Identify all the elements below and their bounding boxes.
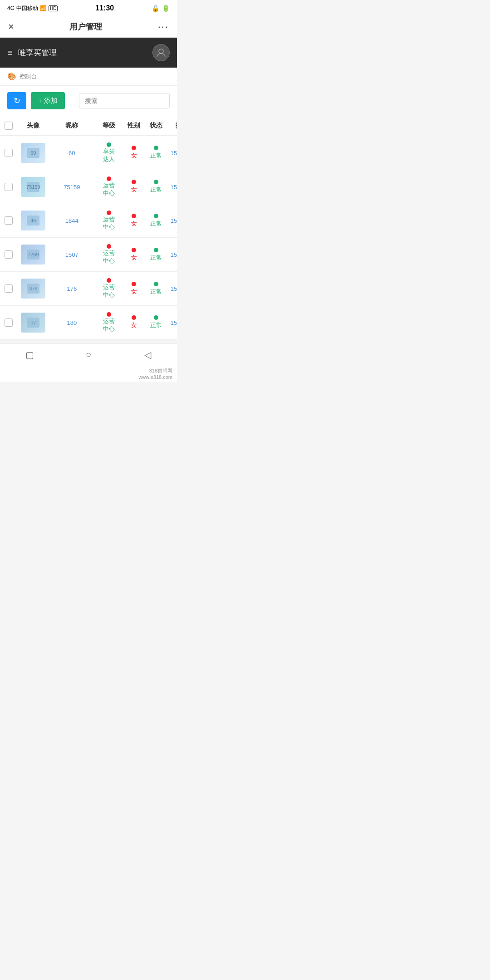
col-level: 等级 xyxy=(94,116,123,136)
app-header-left: ≡ 唯享买管理 xyxy=(7,48,57,58)
gender-cell: 女 xyxy=(127,315,141,329)
more-button[interactable]: ··· xyxy=(158,21,169,33)
table-row[interactable]: 60 60 享买达人 女 正常 15259 xyxy=(0,136,177,170)
level-cell: 运营中心 xyxy=(98,244,119,265)
avatar-image: 07 xyxy=(21,313,45,333)
gender-text: 女 xyxy=(131,152,137,160)
add-label: + 添加 xyxy=(38,97,58,105)
search-input[interactable] xyxy=(79,93,170,108)
status-cell: 正常 xyxy=(148,248,163,262)
status-time: 11:30 xyxy=(95,4,114,12)
level-dot xyxy=(107,211,111,215)
status-cell: 正常 xyxy=(148,315,163,329)
avatar-image: 379 xyxy=(21,279,45,299)
nickname-text: 1507 xyxy=(65,251,78,258)
status-text: 正常 xyxy=(150,321,162,329)
row-checkbox[interactable] xyxy=(5,149,13,157)
nav-home-button[interactable]: ○ xyxy=(82,348,95,361)
page-title: 用户管理 xyxy=(69,21,102,32)
gender-dot xyxy=(132,180,136,184)
close-button[interactable]: × xyxy=(8,21,14,33)
gender-cell: 女 xyxy=(127,180,141,194)
battery-icon: 🔋 xyxy=(162,5,170,12)
nickname-text: 1844 xyxy=(65,217,78,224)
col-status: 状态 xyxy=(145,116,167,136)
status-cell: 正常 xyxy=(148,146,163,160)
row-checkbox[interactable] xyxy=(5,183,13,191)
status-text: 正常 xyxy=(150,152,162,160)
hd-badge: HD xyxy=(49,5,58,11)
level-cell: 运营中心 xyxy=(98,176,119,197)
refresh-button[interactable]: ↻ xyxy=(7,92,26,109)
refresh-icon: ↻ xyxy=(14,96,20,106)
status-dot xyxy=(154,146,158,150)
status-text: 正常 xyxy=(150,254,162,262)
gender-text: 女 xyxy=(131,254,137,262)
table-row[interactable]: 75159 75159 运营中心 女 正常 15259 xyxy=(0,170,177,204)
row-checkbox[interactable] xyxy=(5,284,13,293)
avatar-image: 46 xyxy=(21,211,45,230)
row-checkbox[interactable] xyxy=(5,216,13,225)
table-row[interactable]: 379 176 运营中心 女 正常 15259 xyxy=(0,272,177,306)
nav-back-button[interactable]: ◁ xyxy=(141,348,154,361)
level-text: 享买达人 xyxy=(103,148,115,163)
level-dot xyxy=(107,142,111,147)
gender-cell: 女 xyxy=(127,282,141,296)
avatar-image: 7269 xyxy=(21,245,45,265)
status-dot xyxy=(154,282,158,286)
gender-text: 女 xyxy=(131,321,137,329)
status-cell: 正常 xyxy=(148,180,163,194)
gender-dot xyxy=(132,282,136,286)
select-all-checkbox[interactable] xyxy=(5,122,13,130)
nav-square-button[interactable]: ▢ xyxy=(23,348,36,361)
status-text: 正常 xyxy=(150,220,162,228)
top-nav: × 用户管理 ··· xyxy=(0,16,177,38)
lock-icon: 🔒 xyxy=(152,5,159,12)
gender-cell: 女 xyxy=(127,146,141,160)
level-text: 运营中心 xyxy=(103,182,115,197)
status-dot xyxy=(154,180,158,184)
hamburger-icon[interactable]: ≡ xyxy=(7,48,13,58)
gender-text: 女 xyxy=(131,220,137,228)
table-row[interactable]: 46 1844 运营中心 女 正常 15259 xyxy=(0,204,177,238)
add-button[interactable]: + 添加 xyxy=(31,92,65,109)
level-text: 运营中心 xyxy=(103,284,115,299)
gender-dot xyxy=(132,214,136,218)
row-checkbox[interactable] xyxy=(5,318,13,327)
level-cell: 享买达人 xyxy=(98,142,119,163)
avatar-icon xyxy=(156,48,166,58)
status-cell: 正常 xyxy=(148,282,163,296)
nickname-text: 180 xyxy=(67,319,77,326)
level-dot xyxy=(107,244,111,249)
wifi-icon: 📶 xyxy=(40,5,47,11)
table-header-row: 头像 昵称 等级 性别 状态 推 xyxy=(0,116,177,136)
gender-dot xyxy=(132,248,136,252)
bottom-nav: ▢ ○ ◁ xyxy=(0,343,177,366)
gender-cell: 女 xyxy=(127,214,141,228)
avatar-image: 75159 xyxy=(21,177,45,197)
back-icon: ◁ xyxy=(144,349,151,360)
level-dot xyxy=(107,278,111,283)
app-title: 唯享买管理 xyxy=(18,48,57,58)
level-text: 运营中心 xyxy=(103,250,115,265)
status-text: 正常 xyxy=(150,288,162,296)
level-cell: 运营中心 xyxy=(98,312,119,333)
status-dot xyxy=(154,248,158,252)
nickname-text: 60 xyxy=(69,150,75,157)
level-cell: 运营中心 xyxy=(98,278,119,299)
table-row[interactable]: 07 180 运营中心 女 正常 15259 xyxy=(0,305,177,339)
breadcrumb-icon: 🎨 xyxy=(7,72,16,81)
user-avatar[interactable] xyxy=(152,44,170,61)
row-checkbox[interactable] xyxy=(5,250,13,259)
tel-text: 15259 xyxy=(171,150,177,157)
status-right: 🔒 🔋 xyxy=(152,5,170,12)
watermark: 318首码网 www.e318.com xyxy=(0,366,177,382)
watermark-line1: 318首码网 xyxy=(149,368,172,373)
level-text: 运营中心 xyxy=(103,216,115,231)
status-text: 正常 xyxy=(150,186,162,194)
breadcrumb-text: 控制台 xyxy=(19,73,37,81)
table-row[interactable]: 7269 1507 运营中心 女 正常 15259 xyxy=(0,238,177,272)
home-icon: ○ xyxy=(86,349,91,360)
gender-text: 女 xyxy=(131,186,137,194)
watermark-line2: www.e318.com xyxy=(138,374,172,380)
